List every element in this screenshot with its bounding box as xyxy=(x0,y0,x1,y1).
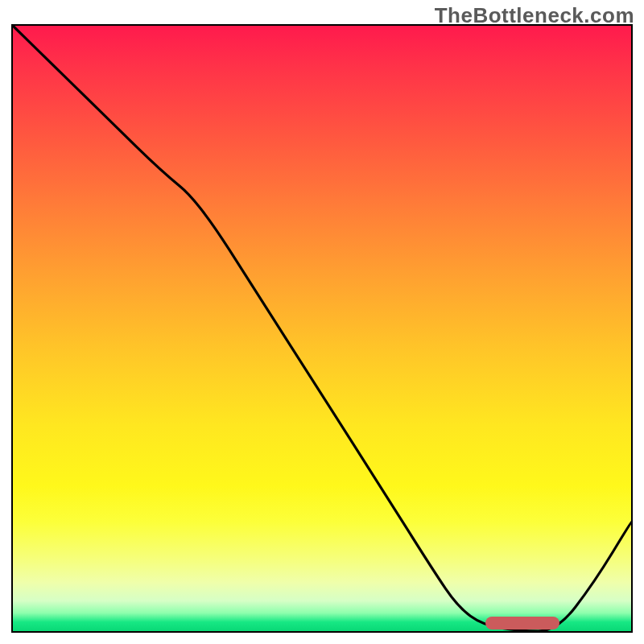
bottleneck-curve xyxy=(13,26,631,631)
plot-frame xyxy=(11,24,633,633)
optimum-marker xyxy=(485,617,560,630)
